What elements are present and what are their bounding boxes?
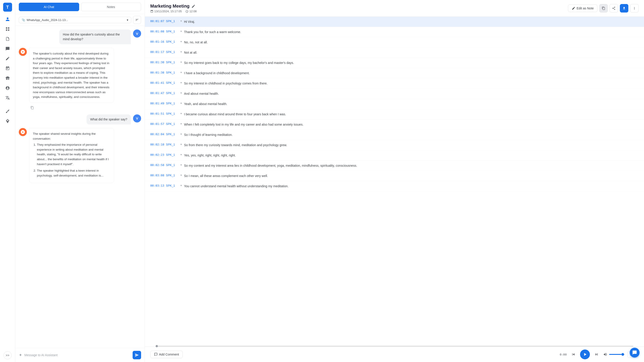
timestamp: 00:01:16 [150, 40, 166, 43]
chevron-down-icon: ▾ [180, 19, 182, 22]
transcript-row[interactable]: 00:01:49 SPK_1 ▾ Yeah, and about mental … [145, 99, 644, 109]
chevron-down-icon: ▾ [180, 50, 182, 53]
volume-slider[interactable] [609, 354, 625, 355]
download-button[interactable] [620, 4, 628, 12]
transcript-row[interactable]: 00:02:04 SPK_1 ▾ So I thought of learnin… [145, 130, 644, 140]
edit-as-note-button[interactable]: Edit as Note [568, 4, 598, 12]
transcript-row[interactable]: 00:01:41 SPK_1 ▾ So my interest in child… [145, 78, 644, 89]
transcript-row[interactable]: 00:01:30 SPK_1 ▾ So my interest goes bac… [145, 58, 644, 68]
play-button[interactable] [580, 350, 590, 359]
chat-support-button[interactable] [630, 348, 640, 358]
chevron-down-icon: ▾ [180, 60, 182, 64]
timestamp: 00:02:23 [150, 153, 166, 156]
speaker-label: SPK_1 [166, 30, 178, 33]
chat-panel: AI Chat Notes 📎 WhatsApp_Audio_2024-11-1… [15, 0, 145, 362]
transcript-row[interactable]: 00:03:13 SPK_1 ▾ You cannot understand m… [145, 181, 644, 192]
speaker-label: SPK_1 [166, 91, 178, 95]
transcript-text: So my content and my interest area lies … [184, 163, 639, 168]
progress-dot[interactable] [156, 345, 158, 347]
header-actions: Edit as Note [568, 4, 639, 12]
volume-fill [609, 354, 622, 355]
transcript-header: Marketing Meeting 13/11/2024, 15:17:05 1… [145, 0, 644, 17]
sidebar-item-translate[interactable] [4, 94, 12, 102]
sidebar-item-people[interactable] [4, 15, 12, 23]
tab-notes[interactable]: Notes [81, 3, 141, 11]
ai-message-2: The speaker shared several insights duri… [19, 128, 141, 183]
filter-button[interactable] [133, 16, 141, 24]
send-button[interactable] [132, 351, 141, 359]
chevron-down-icon: ▾ [180, 81, 182, 84]
app-logo: T [3, 3, 12, 12]
transcript-panel: Marketing Meeting 13/11/2024, 15:17:05 1… [145, 0, 644, 362]
speaker-label: SPK_1 [166, 143, 178, 146]
transcript-row[interactable]: 00:02:58 SPK_1 ▾ So my content and my in… [145, 161, 644, 171]
chevron-down-icon: ▾ [180, 153, 182, 156]
timestamp: 00:01:57 [150, 122, 166, 126]
user-avatar: V [133, 114, 141, 122]
chevron-down-icon: ▾ [180, 91, 182, 94]
transcript-row[interactable]: 00:01:51 SPK_1 ▾ I became curious about … [145, 109, 644, 120]
timestamp: 00:02:58 [150, 163, 166, 167]
speaker-label: SPK_1 [166, 163, 178, 167]
rewind-button[interactable] [569, 350, 577, 359]
tab-ai-chat[interactable]: AI Chat [19, 3, 79, 11]
speaker-label: SPK_1 [166, 50, 178, 54]
forward-button[interactable] [592, 350, 600, 359]
more-options-button[interactable] [630, 4, 639, 12]
speaker-label: SPK_1 [166, 153, 178, 156]
transcript-row[interactable]: 00:01:16 SPK_1 ▾ No, no, not at all. [145, 37, 644, 48]
progress-bar[interactable] [156, 346, 633, 347]
sidebar-item-gift[interactable] [4, 74, 12, 82]
sidebar-expand-btn[interactable]: >> [4, 351, 12, 359]
transcript-row[interactable]: 00:01:38 SPK_1 ▾ I have a background in … [145, 68, 644, 78]
transcript-row[interactable]: 00:01:08 SPK_1 ▾ Thank you for, for such… [145, 27, 644, 37]
transcript-row[interactable]: 00:02:10 SPK_1 ▾ So from there my curios… [145, 140, 644, 150]
transcript-text: No, no, not at all. [184, 40, 639, 45]
sidebar-item-user[interactable] [4, 84, 12, 92]
file-selector-button[interactable]: 📎 WhatsApp_Audio_2024-11-13... ▾ [19, 17, 131, 23]
sidebar-item-edit[interactable] [4, 54, 12, 62]
timestamp: 00:01:41 [150, 81, 166, 84]
timestamp: 00:01:38 [150, 71, 166, 74]
transcript-text: So I thought of learning meditation. [184, 132, 639, 137]
transcript-row[interactable]: 00:01:07 SPK_1 ▾ Hi Viraj. [145, 17, 644, 27]
speaker-label: SPK_1 [166, 19, 178, 23]
speaker-label: SPK_1 [166, 40, 178, 43]
copy-icon[interactable] [29, 105, 35, 111]
time-display: 0:00 [560, 353, 567, 356]
timestamp: 00:01:30 [150, 60, 166, 64]
user-avatar: V [133, 29, 141, 37]
timestamp: 00:02:04 [150, 132, 166, 136]
sidebar-item-document[interactable] [4, 35, 12, 43]
share-button[interactable] [610, 4, 618, 12]
transcript-content: 00:01:07 SPK_1 ▾ Hi Viraj. 00:01:08 SPK_… [145, 17, 644, 344]
transcript-row[interactable]: 00:01:17 SPK_1 ▾ Not at all. [145, 48, 644, 58]
chat-message-input[interactable] [24, 353, 130, 357]
sidebar-item-gem[interactable] [4, 117, 12, 125]
transcript-text: Yes, yes, right, right, right, right, ri… [184, 153, 639, 158]
speaker-label: SPK_1 [166, 122, 178, 126]
sidebar-item-calendar[interactable] [4, 64, 12, 72]
attachment-icon: 📎 [22, 18, 25, 22]
copy-button[interactable] [599, 4, 608, 12]
transcript-row[interactable]: 00:01:57 SPK_1 ▾ When I felt completely … [145, 120, 644, 130]
file-selector-bar: 📎 WhatsApp_Audio_2024-11-13... ▾ [15, 14, 145, 26]
chevron-down-icon: ▾ [180, 71, 182, 74]
speaker-label: SPK_1 [166, 112, 178, 115]
transcript-text: I became curious about mind around three… [184, 112, 639, 117]
timestamp: 00:03:08 [150, 174, 166, 177]
speaker-label: SPK_1 [166, 71, 178, 74]
user-bubble: How did the speaker's curiosity about th… [59, 29, 131, 44]
sidebar-item-grid[interactable] [4, 25, 12, 33]
sidebar-item-pen[interactable] [4, 107, 12, 115]
user-message: What did the speaker say? V [19, 114, 141, 124]
sidebar-item-chat[interactable] [4, 45, 12, 53]
transcript-row[interactable]: 00:01:47 SPK_1 ▾ And about mental health… [145, 89, 644, 99]
add-comment-button[interactable]: Add Comment [150, 351, 183, 358]
chevron-down-icon: ▾ [180, 112, 182, 115]
edit-title-icon[interactable] [192, 4, 196, 8]
transcript-row[interactable]: 00:03:08 SPK_1 ▾ So I mean, all these ar… [145, 171, 644, 181]
chevron-down-icon: ▾ [180, 122, 182, 125]
speaker-label: SPK_1 [166, 132, 178, 136]
transcript-row[interactable]: 00:02:23 SPK_1 ▾ Yes, yes, right, right,… [145, 150, 644, 161]
